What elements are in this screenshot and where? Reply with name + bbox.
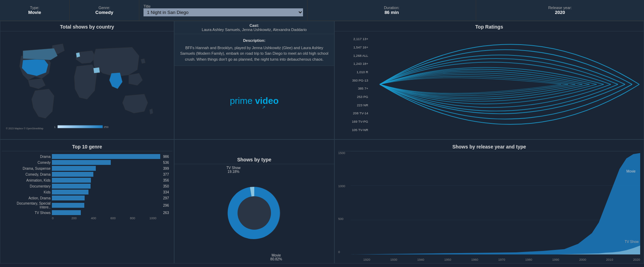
genre-label-4: Animation, Kids xyxy=(5,178,51,182)
genre-cell: Genre: Comedy xyxy=(70,0,139,21)
genre-label: Genre: xyxy=(99,6,110,10)
genre-label-1: Comedy xyxy=(5,161,51,165)
genre-row-2: Drama, Suspense399 xyxy=(5,166,169,171)
rating-row-7: 253 PG xyxy=(337,95,368,99)
map-title: Total shows by country xyxy=(0,21,174,31)
desc-text: BFFs Hannah and Brooklyn, played by Jenn… xyxy=(180,45,328,62)
map-container: © 2023 Mapbox © OpenStreetMap 1 253 xyxy=(0,31,174,136)
genre-bar-6 xyxy=(52,190,88,194)
release-value: 2020 xyxy=(555,10,565,15)
genre-bars-container: Drama986Comedy536Drama, Suspense399Comed… xyxy=(2,151,172,223)
release-title: Shows by release year and type xyxy=(338,141,640,151)
genre-bar-wrap-7 xyxy=(52,196,160,200)
genre-bar-wrap-9 xyxy=(52,210,160,215)
duration-value: 86 min xyxy=(385,10,399,15)
genre-bar-wrap-6 xyxy=(52,190,160,194)
type-title: Shows by type xyxy=(174,154,334,164)
rating-row-8: 223 NR xyxy=(337,103,368,107)
release-label: Release year: xyxy=(548,6,572,10)
release-panel: Shows by release year and type 1500 1000… xyxy=(334,139,644,264)
genre-row-7: Action, Drama297 xyxy=(5,196,169,200)
genre-bar-wrap-1 xyxy=(52,160,160,165)
duration-cell: Duration: 86 min xyxy=(308,0,476,21)
cast-label: Cast: xyxy=(249,23,259,28)
release-svg-container: Movie TV Show xyxy=(351,151,640,254)
genre-bar-0 xyxy=(52,154,160,159)
genre-row-0: Drama986 xyxy=(5,154,169,159)
duration-label: Duration: xyxy=(384,6,399,10)
svg-text:Movie: Movie xyxy=(626,169,636,173)
genre-label-9: TV Shows xyxy=(5,211,51,215)
genre-row-6: Kids334 xyxy=(5,190,169,194)
svg-text:© 2023 Mapbox © OpenStreetMap: © 2023 Mapbox © OpenStreetMap xyxy=(6,127,44,130)
genre-label-8: Documentary, Special Intere.. xyxy=(5,201,51,209)
tv-show-label: TV Show 19.18% xyxy=(226,166,241,174)
genre-row-9: TV Shows263 xyxy=(5,210,169,215)
genre-row-5: Documentary350 xyxy=(5,184,169,189)
genre-bar-7 xyxy=(52,196,85,200)
svg-point-6 xyxy=(238,196,271,230)
prime-logo-area: prime video ↗ xyxy=(174,66,334,139)
genre-val-1: 536 xyxy=(163,161,169,165)
type-panel: Shows by type TV Show 19.18% Movie 80.82… xyxy=(174,139,334,264)
genre-title: Top 10 genre xyxy=(2,141,172,151)
ratings-title: Top Ratings xyxy=(335,21,644,31)
y-axis: 1500 1000 500 0 xyxy=(338,151,351,254)
rating-row-1: 1,547 16+ xyxy=(337,45,368,49)
genre-label-5: Documentary xyxy=(5,184,51,188)
ratings-labels: 2,117 13+ 1,547 16+ 1,268 ALL 1,243 18+ … xyxy=(337,33,368,136)
title-label: Title xyxy=(143,4,303,8)
ratings-content: 2,117 13+ 1,547 16+ 1,268 ALL 1,243 18+ … xyxy=(335,31,644,137)
genre-val-8: 296 xyxy=(163,204,169,207)
title-cell: Title 1 Night in San Diego xyxy=(139,0,308,21)
main-grid: Total shows by country xyxy=(0,21,644,267)
genre-bar-3 xyxy=(52,172,93,177)
ratings-panel: Top Ratings 2,117 13+ 1,547 16+ 1,268 AL… xyxy=(334,21,644,139)
release-cell: Release year: 2020 xyxy=(476,0,644,21)
genre-val-7: 297 xyxy=(163,196,169,200)
genre-row-3: Comedy, Drama377 xyxy=(5,172,169,177)
genre-bar-wrap-2 xyxy=(52,166,160,171)
desc-label: Description: xyxy=(180,38,328,44)
svg-text:253: 253 xyxy=(104,125,109,129)
rating-row-6: 385 7+ xyxy=(337,86,368,90)
rating-row-3: 1,243 18+ xyxy=(337,62,368,66)
genre-bar-8 xyxy=(52,203,84,208)
map-svg: © 2023 Mapbox © OpenStreetMap 1 253 xyxy=(0,31,174,136)
genre-bar-1 xyxy=(52,160,111,165)
title-select[interactable]: 1 Night in San Diego xyxy=(143,8,303,16)
svg-text:1: 1 xyxy=(54,125,56,129)
genre-row-8: Documentary, Special Intere..296 xyxy=(5,201,169,209)
type-value: Movie xyxy=(28,10,41,15)
genre-val-5: 350 xyxy=(163,184,169,188)
release-svg: Movie TV Show xyxy=(351,151,640,254)
prime-logo: prime video ↗ xyxy=(230,96,279,110)
genre-bar-wrap-3 xyxy=(52,172,160,177)
genre-bar-wrap-0 xyxy=(52,154,160,159)
genre-row-4: Animation, Kids356 xyxy=(5,178,169,183)
type-label: Type: xyxy=(30,6,39,10)
rating-row-5: 393 PG-13 xyxy=(337,78,368,82)
rating-row-0: 2,117 13+ xyxy=(337,37,368,41)
genre-val-2: 399 xyxy=(163,167,169,170)
genre-label-6: Kids xyxy=(5,190,51,194)
genre-value: Comedy xyxy=(95,10,113,15)
genre-bars: Drama986Comedy536Drama, Suspense399Comed… xyxy=(5,154,169,215)
svg-rect-3 xyxy=(57,125,102,128)
description-box: Description: BFFs Hannah and Brooklyn, p… xyxy=(174,34,334,66)
ratings-arcs-svg xyxy=(368,33,640,136)
genre-label-7: Action, Drama xyxy=(5,196,51,200)
genre-label-2: Drama, Suspense xyxy=(5,167,51,170)
movie-label: Movie 80.82% xyxy=(270,253,282,261)
genre-panel: Top 10 genre Drama986Comedy536Drama, Sus… xyxy=(0,139,174,264)
genre-label-0: Drama xyxy=(5,155,51,159)
rating-row-11: 105 TV-NR xyxy=(337,128,368,132)
rating-row-10: 169 TV-PG xyxy=(337,120,368,123)
genre-val-0: 986 xyxy=(163,155,169,159)
x-axis: 1920 1930 1940 1950 1960 1970 1980 1990 … xyxy=(351,258,640,261)
genre-val-4: 356 xyxy=(163,178,169,182)
genre-bar-4 xyxy=(52,178,91,183)
ratings-arcs-container xyxy=(368,33,640,136)
svg-text:TV Show: TV Show xyxy=(624,240,639,244)
genre-val-6: 334 xyxy=(163,190,169,194)
